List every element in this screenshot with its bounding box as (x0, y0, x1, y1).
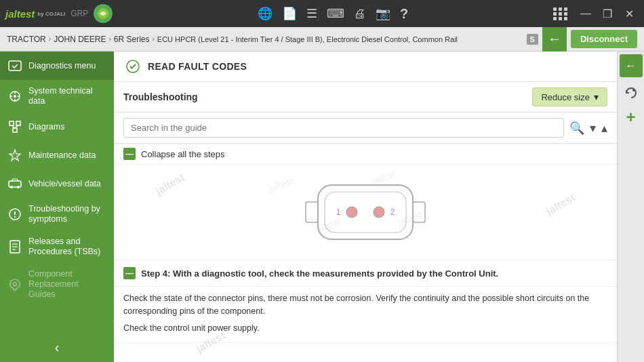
svg-rect-35 (306, 202, 318, 222)
system-technical-label: System technical data (28, 86, 107, 106)
sidebar-bottom: ‹ (0, 333, 114, 362)
component-replacement-icon (7, 277, 23, 293)
by-cojali: by COJALI (37, 11, 65, 17)
sidebar-item-component-replacement: Component Replacement Guides (0, 263, 114, 306)
sidebar: Diagnostics menu System technical data (0, 52, 114, 362)
sidebar-item-releases-procedures[interactable]: Releases and Procedures (TSBs) (0, 230, 114, 263)
connector-diagram: jaltest jaltest jaltest jaltest (264, 172, 467, 253)
ts-content[interactable]: jaltest jaltest jaltest jaltest jaltest … (114, 165, 617, 362)
keyboard-icon[interactable]: ⌨ (327, 6, 344, 21)
svg-point-31 (346, 207, 357, 218)
releases-procedures-label: Releases and Procedures (TSBs) (28, 237, 107, 257)
maintenance-icon (7, 147, 23, 163)
disconnect-button[interactable]: Disconnect (571, 30, 637, 48)
collapse-bar: — Collapse all the steps (114, 144, 617, 165)
system-technical-icon (7, 88, 23, 104)
vehicle-vessel-label: Vehicle/vessel data (28, 179, 101, 189)
top-bar: jaltest by COJALI GRP 🌐 📄 ☰ ⌨ 🖨 📷 ? — ❐ … (0, 0, 644, 27)
breadcrumb-ecu[interactable]: ECU HPCR (Level 21 - Interim Tier 4 / St… (157, 35, 458, 43)
breadcrumb-john-deere[interactable]: JOHN DEERE (54, 35, 106, 44)
back-arrow-button[interactable]: ← (542, 27, 567, 52)
sidebar-item-diagnostics-menu[interactable]: Diagnostics menu (0, 52, 114, 80)
help-icon[interactable]: ? (400, 6, 408, 22)
s-icon: S (527, 34, 538, 45)
watermark-2: jaltest (544, 192, 577, 218)
troubleshooting-symptoms-icon (7, 206, 23, 222)
right-toolbar: ← + (617, 52, 644, 362)
content-header: READ FAULT CODES (114, 52, 617, 82)
sidebar-collapse-button[interactable]: ‹ (0, 333, 114, 362)
reduce-size-button[interactable]: Reduce size ▾ (532, 87, 607, 106)
breadcrumb-tractor[interactable]: TRACTOR (7, 35, 46, 44)
reduce-size-label: Reduce size (541, 92, 590, 102)
grid-icon[interactable] (553, 7, 568, 20)
sidebar-item-vehicle-vessel[interactable]: Vehicle/vessel data (0, 169, 114, 198)
svg-point-3 (14, 95, 16, 98)
top-bar-icons: 🌐 📄 ☰ ⌨ 🖨 📷 ? (258, 6, 408, 22)
svg-point-32 (374, 207, 384, 218)
rt-refresh-button[interactable] (620, 81, 643, 104)
sidebar-item-maintenance[interactable]: Maintenance data (0, 141, 114, 169)
svg-point-37 (632, 89, 635, 92)
grp-label: GRP (71, 9, 88, 18)
svg-rect-8 (9, 121, 14, 125)
svg-text:2: 2 (390, 207, 395, 217)
chevron-down-nav-icon[interactable]: ▾ (590, 121, 596, 136)
sidebar-item-diagrams[interactable]: Diagrams (0, 113, 114, 141)
rt-add-button[interactable]: + (620, 106, 643, 129)
step4-icon: — (123, 267, 136, 279)
minimize-button[interactable]: — (576, 4, 595, 23)
collapse-label[interactable]: Collapse all the steps (141, 149, 225, 159)
troubleshooting-title: Troubleshooting (123, 92, 198, 102)
rt-back-button[interactable]: ← (620, 54, 643, 77)
read-fault-codes-icon (123, 57, 142, 76)
search-input[interactable] (123, 118, 564, 138)
camera-icon[interactable]: 📷 (376, 6, 390, 21)
diagrams-icon (7, 119, 23, 135)
svg-rect-10 (13, 128, 17, 132)
step4-desc2: Check the control unit power supply. (123, 322, 607, 335)
watermark-1: jaltest (154, 172, 187, 198)
troubleshooting-header: Troubleshooting Reduce size ▾ (114, 82, 617, 113)
document-icon[interactable]: 📄 (282, 6, 297, 21)
close-button[interactable]: ✕ (620, 4, 639, 23)
search-bar: 🔍 ▾ ▴ (114, 113, 617, 144)
sidebar-item-troubleshooting-symptoms[interactable]: Troubleshooting by symptoms (0, 198, 114, 230)
step4-text: Step 4: With a diagnostic tool, check th… (141, 268, 498, 279)
step4-desc1: Check the state of the connector pins, t… (123, 292, 607, 318)
component-replacement-label: Component Replacement Guides (28, 269, 107, 300)
breadcrumb-right: S ← Disconnect (527, 27, 637, 52)
svg-point-18 (14, 216, 16, 218)
svg-point-23 (14, 282, 17, 285)
sidebar-item-system-technical[interactable]: System technical data (0, 80, 114, 113)
step4-description: Check the state of the connector pins, t… (114, 287, 617, 343)
svg-text:jaltest: jaltest (396, 209, 424, 228)
svg-text:1: 1 (336, 207, 341, 217)
step4-bar: — Step 4: With a diagnostic tool, check … (114, 260, 617, 287)
jaltest-logo: jaltest by COJALI (5, 8, 65, 20)
diagnostics-menu-label: Diagnostics menu (28, 61, 96, 71)
globe-icon[interactable]: 🌐 (258, 6, 273, 21)
troubleshooting-symptoms-label: Troubleshooting by symptoms (28, 204, 107, 224)
connector-image-area: jaltest jaltest jaltest jaltest jaltest … (114, 165, 617, 260)
breadcrumb: TRACTOR › JOHN DEERE › 6R Series › ECU H… (7, 35, 458, 44)
print-icon[interactable]: 🖨 (354, 7, 366, 21)
svg-rect-9 (16, 121, 20, 125)
collapse-icon[interactable]: — (123, 148, 136, 160)
main-layout: Diagnostics menu System technical data (0, 52, 644, 362)
releases-procedures-icon (7, 239, 23, 255)
chevron-up-nav-icon[interactable]: ▴ (601, 121, 607, 136)
logo-text: jaltest (5, 8, 35, 20)
list-icon[interactable]: ☰ (306, 6, 317, 21)
breadcrumb-bar: TRACTOR › JOHN DEERE › 6R Series › ECU H… (0, 27, 644, 52)
top-bar-left: jaltest by COJALI GRP (5, 4, 113, 23)
svg-point-14 (10, 186, 13, 188)
sep3: › (153, 35, 155, 43)
chevron-down-icon: ▾ (594, 92, 599, 102)
maximize-button[interactable]: ❐ (598, 4, 617, 23)
read-fault-codes-title: READ FAULT CODES (148, 61, 247, 72)
brand-logo-icon (94, 4, 113, 23)
svg-point-15 (17, 186, 20, 188)
search-icon[interactable]: 🔍 (569, 121, 584, 136)
breadcrumb-6r-series[interactable]: 6R Series (114, 35, 150, 44)
